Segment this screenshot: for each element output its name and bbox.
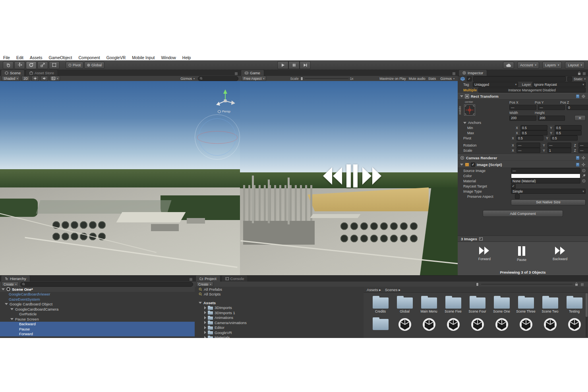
effects-dropdown[interactable] xyxy=(50,76,60,81)
tab-project[interactable]: Project xyxy=(195,275,220,282)
fold-arrow-icon[interactable] xyxy=(199,302,202,304)
image-type-dropdown[interactable]: Simple xyxy=(511,189,586,194)
fold-arrow-icon[interactable] xyxy=(460,95,463,97)
rewind-icon[interactable] xyxy=(323,167,342,185)
asset-scene-file[interactable] xyxy=(417,317,441,332)
hierarchy-create-dropdown[interactable]: Create xyxy=(2,282,19,287)
fold-arrow-icon[interactable] xyxy=(204,321,206,324)
static-checkbox[interactable] xyxy=(567,77,572,81)
blueprint-mode-button[interactable]: R xyxy=(574,115,586,121)
asset-scene-file[interactable] xyxy=(393,317,417,332)
project-create-dropdown[interactable]: Create xyxy=(196,282,213,287)
hierarchy-item-backward[interactable]: Backward xyxy=(0,322,195,327)
panel-menu-icon[interactable] xyxy=(234,72,238,75)
hierarchy-item-scene-one[interactable]: Scene One* xyxy=(0,287,195,292)
asset-scene-file[interactable] xyxy=(514,317,538,332)
hierarchy-item-googlecardboardcamera[interactable]: GoogleCardboardCamera xyxy=(0,307,195,312)
asset-folder-credits[interactable]: Credits xyxy=(368,296,393,313)
tab-inspector[interactable]: Inspector xyxy=(458,70,487,76)
active-checkbox[interactable] xyxy=(467,77,472,81)
menu-googlevr[interactable]: GoogleVR xyxy=(106,55,126,60)
hierarchy-search-input[interactable] xyxy=(26,282,191,286)
fold-arrow-icon[interactable] xyxy=(204,306,206,309)
asset-folder-global[interactable]: Global xyxy=(393,296,417,313)
tab-asset-store[interactable]: Asset Store xyxy=(25,70,58,76)
project-folder-3dimports[interactable]: 3DImports xyxy=(195,305,364,311)
scene-search-input[interactable] xyxy=(203,76,236,81)
preview-item-pause[interactable]: Pause xyxy=(517,246,526,262)
pos-z-field[interactable]: 0 xyxy=(567,105,588,110)
project-folder-3dimports-1[interactable]: 3DImports 1 xyxy=(195,310,364,315)
height-field[interactable]: 200 xyxy=(538,116,565,121)
preview-item-backward[interactable]: Backward xyxy=(553,246,567,262)
scale-slider-track[interactable] xyxy=(305,78,348,79)
anchor-preset-button[interactable] xyxy=(464,104,475,116)
tab-game[interactable]: Game xyxy=(241,70,264,76)
scene-viewport[interactable]: Persp xyxy=(0,81,240,275)
tag-dropdown[interactable]: Untagged xyxy=(473,82,518,87)
hand-tool-button[interactable] xyxy=(3,61,14,69)
reference-book-icon[interactable] xyxy=(576,156,580,160)
rotation-x-field[interactable]: — xyxy=(516,143,540,148)
layer-dropdown[interactable]: Ignore Raycast xyxy=(532,82,586,87)
fold-arrow-icon[interactable] xyxy=(204,336,206,338)
hierarchy-item-gazeeventsystem[interactable]: GazeEventSystem xyxy=(0,297,195,302)
step-button[interactable] xyxy=(300,61,311,69)
canvas-renderer-header[interactable]: Canvas Renderer xyxy=(458,154,588,161)
source-image-field[interactable]: — xyxy=(511,168,580,173)
pause-button[interactable] xyxy=(288,61,300,69)
eyedropper-icon[interactable] xyxy=(582,174,586,178)
max-y-field[interactable]: 0.5 xyxy=(555,130,582,135)
move-tool-button[interactable] xyxy=(14,61,25,69)
scene-gizmos-dropdown[interactable]: Gizmos xyxy=(179,76,196,81)
asset-folder-main-menu[interactable]: Main Menu xyxy=(417,296,441,313)
width-field[interactable]: 200 xyxy=(509,116,536,121)
set-native-size-button[interactable]: Set Native Size xyxy=(511,199,586,205)
pivot-x-field[interactable]: 0.5 xyxy=(516,135,544,141)
tab-console[interactable]: Console xyxy=(221,275,248,282)
asset-scene-file[interactable] xyxy=(562,317,586,332)
fold-arrow-icon[interactable] xyxy=(463,122,466,124)
object-name-field[interactable] xyxy=(473,76,566,81)
scale-slider-knob[interactable] xyxy=(300,77,303,81)
fold-arrow-icon[interactable] xyxy=(2,288,5,290)
scale-x-field[interactable]: — xyxy=(516,148,540,153)
hierarchy-item-button[interactable]: Button xyxy=(0,336,195,338)
rotation-y-field[interactable]: — xyxy=(547,143,571,148)
hierarchy-item-googlecardboardviewer[interactable]: GoogleCardboardViewer xyxy=(0,292,195,297)
lock-icon[interactable] xyxy=(578,71,581,75)
color-swatch[interactable] xyxy=(511,174,580,178)
breadcrumb-scenes[interactable]: Scenes ▸ xyxy=(385,288,400,292)
menu-edit[interactable]: Edit xyxy=(16,55,23,60)
aspect-dropdown[interactable]: Free Aspect xyxy=(242,76,266,81)
hierarchy-item-pause-screen[interactable]: Pause Screen xyxy=(0,317,195,322)
breadcrumb-assets[interactable]: Assets ▸ xyxy=(367,288,381,292)
stats-toggle[interactable]: Stats xyxy=(428,77,436,81)
game-viewport[interactable] xyxy=(240,81,458,275)
asset-scene-file[interactable] xyxy=(538,317,562,332)
preview-header-bar[interactable]: 3 Images xyxy=(458,236,588,242)
icon-size-slider-track[interactable] xyxy=(481,284,573,284)
fold-arrow-icon[interactable] xyxy=(204,316,206,319)
material-field[interactable]: None (Material) xyxy=(511,178,580,183)
menu-gameobject[interactable]: GameObject xyxy=(49,55,72,60)
panel-menu-icon[interactable] xyxy=(452,72,456,75)
preserve-aspect-checkbox[interactable] xyxy=(515,194,520,199)
icon-size-slider-knob[interactable] xyxy=(476,282,479,286)
panel-menu-icon[interactable] xyxy=(580,283,584,286)
rect-tool-button[interactable] xyxy=(49,61,60,69)
max-x-field[interactable]: 0.5 xyxy=(520,130,547,135)
menu-component[interactable]: Component xyxy=(78,55,100,60)
pos-y-field[interactable]: — xyxy=(538,105,565,110)
raycast-target-checkbox[interactable] xyxy=(511,184,516,189)
asset-folder-scene-four[interactable]: Scene Four xyxy=(465,296,489,313)
account-dropdown[interactable]: Account xyxy=(517,62,539,69)
asset-folder-scene-five[interactable]: Scene Five xyxy=(441,296,465,313)
hierarchy-item-forward[interactable]: Forward xyxy=(0,332,195,337)
anchors-foldout[interactable]: Anchors xyxy=(458,120,588,125)
favorite-all-scripts[interactable]: All Scripts xyxy=(195,292,364,297)
project-folder-editor[interactable]: Editor xyxy=(195,325,364,330)
object-picker-icon[interactable] xyxy=(582,169,586,172)
scale-y-field[interactable]: 1 xyxy=(547,148,571,153)
gear-icon[interactable] xyxy=(581,94,586,98)
